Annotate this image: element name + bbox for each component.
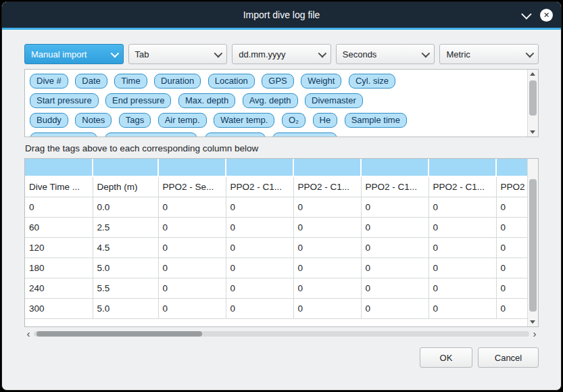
table-cell: 4.5 (93, 238, 158, 258)
tag-chip[interactable]: Location (208, 74, 255, 89)
scroll-right-icon[interactable]: › (531, 329, 539, 339)
date-format-select[interactable]: dd.mm.yyyy (232, 44, 331, 64)
time-format-value: Seconds (343, 49, 377, 59)
tag-chip[interactable]: Start pressure (30, 93, 99, 108)
table-cell: 0 (158, 299, 226, 319)
scrollbar-thumb[interactable] (36, 331, 202, 337)
tag-chip[interactable]: Weight (301, 74, 341, 89)
tag-chip[interactable]: Time (114, 74, 147, 89)
tag-chip[interactable]: Sample CNS (272, 132, 337, 137)
column-drop-cell[interactable] (293, 159, 361, 176)
units-select[interactable]: Metric (439, 44, 539, 64)
column-drop-cell[interactable] (158, 159, 226, 176)
tag-chip[interactable]: Dive # (30, 74, 68, 89)
column-drop-cell[interactable] (429, 159, 496, 176)
tag-pool-scrollbar[interactable] (527, 70, 538, 137)
tag-chip[interactable]: Max. depth (178, 93, 235, 108)
table-cell: 0 (158, 197, 226, 218)
table-row: 0 0.0 0 0 0 0 0 0 (25, 197, 528, 218)
table-cell: 0 (226, 197, 293, 218)
table-cell: 120 (25, 238, 93, 258)
column-header-cell: PPO2 - C1... (361, 176, 429, 197)
table-cell: 0 (226, 218, 293, 238)
chevron-down-icon (422, 49, 431, 57)
column-drop-cell[interactable] (361, 159, 429, 176)
titlebar-icons: ✕ (522, 2, 553, 28)
column-drop-cell[interactable] (25, 159, 93, 176)
tag-chip[interactable]: O₂ (282, 113, 305, 128)
table-cell: 0 (293, 278, 361, 299)
dialog-content: Manual import Tab dd.mm.yyyy Seconds Met… (2, 30, 561, 368)
table-cell: 0 (361, 238, 429, 258)
table-cell: 300 (25, 299, 93, 319)
tag-chip[interactable]: Air temp. (158, 113, 207, 128)
table-cell: 0 (226, 299, 293, 319)
table-cell: 0 (429, 278, 496, 299)
table-cell: 0 (361, 197, 429, 218)
table-cell: 0 (226, 238, 293, 258)
scrollbar-thumb[interactable] (529, 80, 537, 116)
tag-chip[interactable]: Cyl. size (349, 74, 395, 89)
separator-select[interactable]: Tab (128, 44, 228, 64)
column-drop-cell[interactable] (496, 159, 528, 176)
tag-chip[interactable]: Date (75, 74, 107, 89)
tag-chip[interactable]: Water temp. (214, 113, 274, 128)
table-cell: 0 (293, 299, 361, 319)
ok-button[interactable]: OK (420, 347, 472, 368)
tag-chip[interactable]: Sample pO₂ (205, 132, 266, 137)
table-cell: 0 (496, 278, 528, 299)
table-cell: 5.0 (93, 258, 158, 278)
tag-chip[interactable]: Divemaster (305, 93, 363, 108)
table-cell: 0 (429, 218, 496, 238)
table-horizontal-scrollbar[interactable]: ‹ › (24, 329, 539, 339)
scrollbar-thumb[interactable] (529, 179, 537, 312)
table-cell: 0 (158, 238, 226, 258)
tag-chip[interactable]: End pressure (105, 93, 171, 108)
cancel-button[interactable]: Cancel (478, 347, 539, 368)
tag-chip[interactable]: He (313, 113, 338, 128)
import-mode-value: Manual import (31, 49, 87, 59)
table-cell: 0 (226, 278, 293, 299)
import-mode-select[interactable]: Manual import (24, 44, 124, 64)
table-vertical-scrollbar[interactable] (527, 159, 538, 326)
tag-row: Dive # Date Time Duration Location GPS W… (28, 72, 523, 92)
scroll-down-icon[interactable] (530, 130, 535, 134)
chevron-down-icon (214, 49, 223, 57)
instruction-text: Drag the tags above to each correspondin… (25, 143, 538, 153)
titlebar[interactable]: Import dive log file ✕ (2, 2, 561, 28)
scroll-down-icon[interactable] (530, 320, 535, 324)
table-cell: 0 (496, 258, 528, 278)
close-button[interactable]: ✕ (540, 9, 553, 22)
dialog-buttons: OK Cancel (24, 347, 539, 368)
table-cell: 0 (429, 197, 496, 218)
tag-pool: Dive # Date Time Duration Location GPS W… (24, 69, 539, 137)
table-cell: 60 (25, 218, 93, 238)
tag-chip[interactable]: Tags (119, 113, 151, 128)
tag-chip[interactable]: Sample depth (30, 132, 97, 137)
table-cell: 0 (293, 238, 361, 258)
tag-chip[interactable]: Buddy (30, 113, 68, 128)
tag-chip[interactable]: Sample time (345, 113, 407, 128)
table-cell: 0 (496, 238, 528, 258)
scroll-up-icon[interactable] (530, 72, 535, 76)
preview-table: Dive Time ... Depth (m) PPO2 - Se... PPO… (24, 158, 539, 327)
tag-chip[interactable]: Notes (75, 113, 112, 128)
table-cell: 0 (293, 197, 361, 218)
time-format-select[interactable]: Seconds (336, 44, 435, 64)
table-cell: 180 (25, 258, 93, 278)
tag-chip[interactable]: Duration (154, 74, 201, 89)
chevron-down-icon (526, 49, 535, 57)
column-drop-cell[interactable] (93, 159, 158, 176)
scroll-left-icon[interactable]: ‹ (24, 329, 32, 339)
import-dialog-window: Import dive log file ✕ Manual import Tab… (1, 1, 562, 391)
chevron-down-icon[interactable] (521, 9, 532, 20)
tag-chip[interactable]: GPS (262, 74, 293, 89)
tag-row: Buddy Notes Tags Air temp. Water temp. O… (28, 112, 523, 131)
tag-chip[interactable]: Sample temperature (105, 132, 198, 137)
column-header-cell: Dive Time ... (25, 176, 93, 197)
table-cell: 5.5 (93, 278, 158, 299)
tag-chip[interactable]: Avg. depth (243, 93, 298, 108)
column-drop-cell[interactable] (226, 159, 293, 176)
units-value: Metric (446, 49, 470, 59)
scrollbar-track[interactable] (34, 331, 529, 337)
